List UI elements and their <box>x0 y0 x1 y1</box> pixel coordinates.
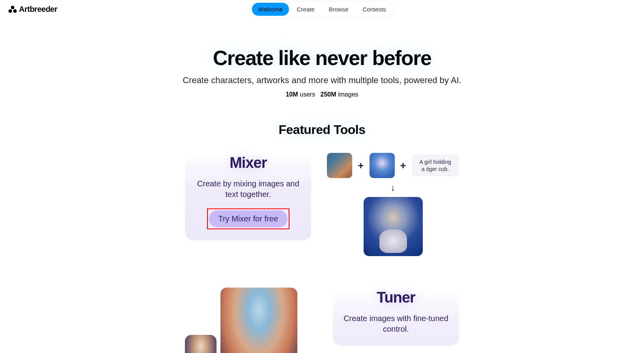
mixer-input-image-1 <box>327 153 352 178</box>
tuner-title: Tuner <box>333 288 459 306</box>
mixer-cta-highlight: Try Mixer for free <box>207 208 290 229</box>
users-count: 10M <box>286 91 298 98</box>
arrow-down-icon: ↓ <box>391 182 396 193</box>
nav-contests[interactable]: Contests <box>357 3 392 16</box>
tuner-description: Create images with fine-tuned control. <box>333 313 459 334</box>
mixer-result-image <box>364 197 423 256</box>
nav-browse[interactable]: Browse <box>323 3 355 16</box>
hero-title: Create like never before <box>0 46 644 70</box>
brand-logo[interactable]: Artbreeder <box>8 5 57 14</box>
svg-point-2 <box>13 9 17 13</box>
mixer-title: Mixer <box>185 153 311 171</box>
main-nav: Welcome Create Browse Contests <box>250 1 394 17</box>
tuner-card: Tuner Create images with fine-tuned cont… <box>333 288 459 346</box>
images-count: 250M <box>320 91 336 98</box>
mixer-card: Mixer Create by mixing images and text t… <box>185 153 311 240</box>
svg-point-0 <box>11 6 15 9</box>
mixer-section: Mixer Create by mixing images and text t… <box>86 153 559 256</box>
plus-icon: + <box>358 160 364 172</box>
tuner-portrait-small <box>185 335 217 353</box>
images-label: images <box>338 91 358 98</box>
hero-section: Create like never before Create characte… <box>0 46 644 98</box>
mixer-input-row: + + A girl holding a tiger cub. <box>327 153 459 178</box>
plus-icon: + <box>400 160 406 172</box>
try-mixer-button[interactable]: Try Mixer for free <box>209 210 288 227</box>
mixer-input-image-2 <box>370 153 395 178</box>
hero-stats: 10M users 250M images <box>0 91 644 98</box>
featured-tools-title: Featured Tools <box>0 123 644 137</box>
mixer-description: Create by mixing images and text togethe… <box>185 178 311 200</box>
logo-icon <box>8 6 17 13</box>
brand-name: Artbreeder <box>19 5 57 14</box>
tuner-visual <box>185 288 297 353</box>
hero-subtitle: Create characters, artworks and more wit… <box>0 75 644 85</box>
svg-point-1 <box>9 9 12 13</box>
tuner-section: Tuner Create images with fine-tuned cont… <box>86 288 559 353</box>
tuner-portrait-large <box>220 288 297 353</box>
mixer-visual: + + A girl holding a tiger cub. ↓ <box>327 153 459 256</box>
nav-create[interactable]: Create <box>290 3 321 16</box>
nav-welcome[interactable]: Welcome <box>252 3 289 16</box>
header: Artbreeder Welcome Create Browse Contest… <box>0 0 644 19</box>
mixer-prompt-text: A girl holding a tiger cub. <box>412 154 459 176</box>
users-label: users <box>300 91 315 98</box>
